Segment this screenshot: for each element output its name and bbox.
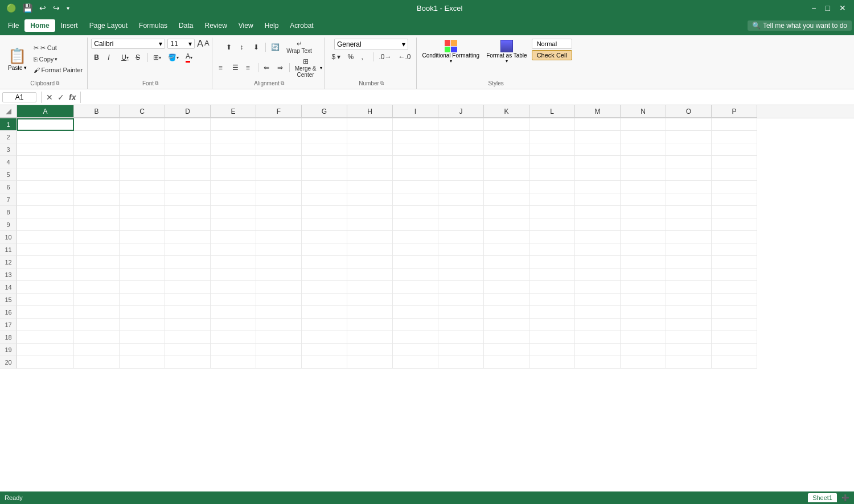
font-color-arrow-icon[interactable]: ▾ <box>190 55 192 60</box>
cell-L20[interactable] <box>529 356 575 369</box>
cell-K16[interactable] <box>484 306 529 319</box>
cell-P11[interactable] <box>712 243 757 256</box>
cell-N12[interactable] <box>621 256 666 268</box>
cell-O19[interactable] <box>666 344 712 356</box>
cell-I12[interactable] <box>393 256 438 268</box>
cell-E6[interactable] <box>211 181 256 193</box>
cell-I5[interactable] <box>393 168 438 181</box>
cell-K14[interactable] <box>484 281 529 294</box>
cell-B18[interactable] <box>74 331 120 344</box>
cell-N19[interactable] <box>621 344 666 356</box>
cell-F16[interactable] <box>256 306 302 319</box>
sheet-tab[interactable]: Sheet1 <box>808 493 837 502</box>
cell-E19[interactable] <box>211 344 256 356</box>
col-header-C[interactable]: C <box>120 105 165 118</box>
menu-item-pagelayout[interactable]: Page Layout <box>84 19 133 32</box>
cell-O6[interactable] <box>666 181 712 193</box>
font-grow-button[interactable]: A <box>197 39 203 49</box>
cell-E12[interactable] <box>211 256 256 268</box>
cell-E2[interactable] <box>211 131 256 143</box>
cell-G12[interactable] <box>302 256 347 268</box>
cell-L16[interactable] <box>529 306 575 319</box>
row-header-11[interactable]: 11 <box>0 243 17 256</box>
cell-I13[interactable] <box>393 268 438 281</box>
cell-J4[interactable] <box>438 156 484 168</box>
merge-dropdown-icon[interactable]: ▾ <box>320 65 322 71</box>
cell-A11[interactable] <box>17 243 74 256</box>
fill-color-button[interactable]: 🪣 ▾ <box>165 52 182 63</box>
col-header-M[interactable]: M <box>575 105 621 118</box>
row-header-16[interactable]: 16 <box>0 306 17 319</box>
cell-J17[interactable] <box>438 319 484 331</box>
row-header-7[interactable]: 7 <box>0 193 17 206</box>
number-expand-icon[interactable]: ⧉ <box>380 80 384 86</box>
cell-D10[interactable] <box>165 231 211 243</box>
cell-J6[interactable] <box>438 181 484 193</box>
percent-button[interactable]: % <box>344 52 357 62</box>
cell-D12[interactable] <box>165 256 211 268</box>
cell-I19[interactable] <box>393 344 438 356</box>
cell-N11[interactable] <box>621 243 666 256</box>
cell-M15[interactable] <box>575 294 621 306</box>
cell-I14[interactable] <box>393 281 438 294</box>
cell-F12[interactable] <box>256 256 302 268</box>
cell-D18[interactable] <box>165 331 211 344</box>
cell-A18[interactable] <box>17 331 74 344</box>
cell-G9[interactable] <box>302 218 347 231</box>
cell-O1[interactable] <box>666 118 712 131</box>
format-table-arrow-icon[interactable]: ▾ <box>506 59 508 64</box>
cell-H16[interactable] <box>347 306 393 319</box>
cell-O9[interactable] <box>666 218 712 231</box>
cell-M19[interactable] <box>575 344 621 356</box>
check-cell-style-button[interactable]: Check Cell <box>532 50 572 60</box>
borders-arrow-icon[interactable]: ▾ <box>159 55 161 60</box>
cell-M3[interactable] <box>575 143 621 156</box>
cell-H5[interactable] <box>347 168 393 181</box>
cell-E9[interactable] <box>211 218 256 231</box>
cell-I6[interactable] <box>393 181 438 193</box>
cell-G19[interactable] <box>302 344 347 356</box>
cell-H2[interactable] <box>347 131 393 143</box>
cell-P14[interactable] <box>712 281 757 294</box>
cell-M5[interactable] <box>575 168 621 181</box>
cell-E3[interactable] <box>211 143 256 156</box>
cell-B7[interactable] <box>74 193 120 206</box>
cell-N9[interactable] <box>621 218 666 231</box>
cell-P6[interactable] <box>712 181 757 193</box>
cell-H12[interactable] <box>347 256 393 268</box>
cell-F10[interactable] <box>256 231 302 243</box>
cell-O15[interactable] <box>666 294 712 306</box>
cell-L17[interactable] <box>529 319 575 331</box>
cell-A10[interactable] <box>17 231 74 243</box>
paste-button[interactable]: 📋 Paste ▾ <box>5 43 30 75</box>
cell-C18[interactable] <box>120 331 165 344</box>
row-header-6[interactable]: 6 <box>0 181 17 193</box>
cell-P3[interactable] <box>712 143 757 156</box>
cell-K18[interactable] <box>484 331 529 344</box>
cell-J20[interactable] <box>438 356 484 369</box>
cell-L1[interactable] <box>529 118 575 131</box>
col-header-D[interactable]: D <box>165 105 211 118</box>
cell-G5[interactable] <box>302 168 347 181</box>
cell-F19[interactable] <box>256 344 302 356</box>
cell-I1[interactable] <box>393 118 438 131</box>
cell-C16[interactable] <box>120 306 165 319</box>
cell-C8[interactable] <box>120 206 165 218</box>
cell-F3[interactable] <box>256 143 302 156</box>
cell-O7[interactable] <box>666 193 712 206</box>
cell-E5[interactable] <box>211 168 256 181</box>
cell-L7[interactable] <box>529 193 575 206</box>
cell-G4[interactable] <box>302 156 347 168</box>
cell-B3[interactable] <box>74 143 120 156</box>
cell-K20[interactable] <box>484 356 529 369</box>
cell-B19[interactable] <box>74 344 120 356</box>
cell-C7[interactable] <box>120 193 165 206</box>
cell-P2[interactable] <box>712 131 757 143</box>
accounting-format-button[interactable]: $ ▾ <box>329 52 343 62</box>
cell-I7[interactable] <box>393 193 438 206</box>
cell-K8[interactable] <box>484 206 529 218</box>
menu-item-insert[interactable]: Insert <box>55 19 84 32</box>
increase-decimal-button[interactable]: .0→ <box>376 52 394 62</box>
cell-B16[interactable] <box>74 306 120 319</box>
cell-A8[interactable] <box>17 206 74 218</box>
